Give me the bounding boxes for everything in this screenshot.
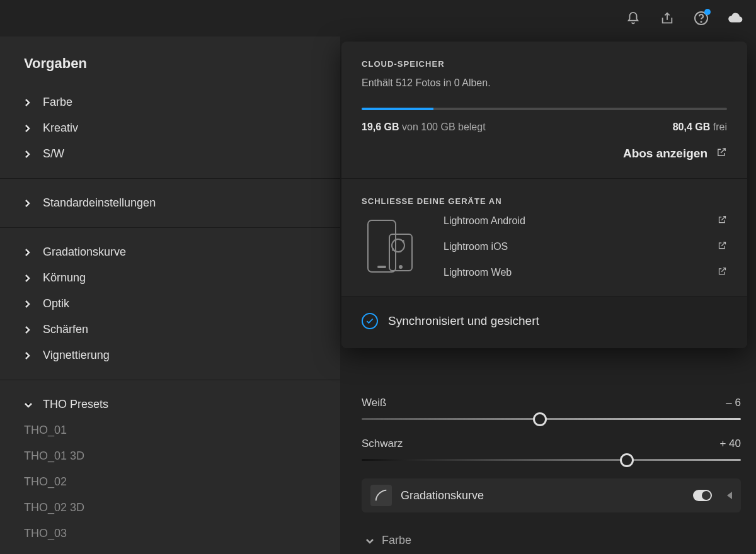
slider-value: – 6 [726,397,741,409]
sync-status-label: Synchronisiert und gesichert [388,314,539,328]
chevron-right-icon [24,274,33,283]
storage-used-suffix: von 100 GB belegt [402,122,486,132]
color-section-label: Farbe [382,534,411,547]
curve-icon [370,485,392,506]
device-link-ios[interactable]: Lightroom iOS [444,240,727,252]
presets-sidebar: Vorgaben Farbe Kreativ S/W Standardeinst… [0,37,340,554]
preset-category-label: Gradationskurve [43,246,126,259]
preset-category-grain[interactable]: Körnung [0,265,340,291]
slider-label: Weiß [362,397,386,409]
slider-thumb[interactable] [533,412,547,426]
chevron-right-icon [24,150,33,159]
slider-weiss: Weiß – 6 [362,397,741,420]
sync-status-section: Synchronisiert und gesichert [341,297,747,348]
curve-section-label: Gradationskurve [401,489,684,502]
show-subscriptions-link[interactable]: Abos anzeigen [362,147,727,161]
preset-category-label: Standardeinstellungen [43,196,156,210]
device-link-label: Lightroom iOS [444,241,508,252]
device-link-label: Lightroom Web [444,267,512,278]
preset-category-farbe[interactable]: Farbe [0,89,340,115]
preset-category-label: Optik [43,297,69,310]
preset-category-sw[interactable]: S/W [0,141,340,167]
device-link-android[interactable]: Lightroom Android [444,215,727,227]
abos-label: Abos anzeigen [623,147,707,161]
divider [0,227,340,228]
slider-value: + 40 [719,438,741,450]
device-link-label: Lightroom Android [444,215,525,227]
notification-dot [704,9,711,15]
color-section-row[interactable]: Farbe [362,534,741,547]
storage-text-row: 19,6 GB von 100 GB belegt 80,4 GB frei [362,122,727,133]
slider-label: Schwarz [362,438,403,450]
cloud-title: CLOUD-SPEICHER [362,59,727,69]
topbar [0,0,756,37]
preset-category-label: Körnung [43,271,86,285]
devices-title: SCHLIESSE DEINE GERÄTE AN [362,196,727,206]
preset-category-kreativ[interactable]: Kreativ [0,115,340,141]
preset-category-vignette[interactable]: Vignettierung [0,342,340,368]
chevron-right-icon [24,98,33,107]
preset-item[interactable]: THO_01 3D [0,443,340,469]
user-presets-header[interactable]: THO Presets [0,392,340,417]
preset-item[interactable]: THO_02 3D [0,495,340,521]
chevron-down-icon [365,534,374,547]
external-link-icon [718,240,727,252]
cloud-subtitle: Enthält 512 Fotos in 0 Alben. [362,77,727,89]
chevron-right-icon [24,199,33,208]
svg-rect-3 [377,266,386,268]
preset-category-sharpen[interactable]: Schärfen [0,317,340,342]
chevron-right-icon [24,248,33,257]
chevron-down-icon [24,402,33,408]
device-link-web[interactable]: Lightroom Web [444,266,727,278]
chevron-right-icon [24,300,33,308]
devices-illustration-icon [362,215,425,278]
preset-item[interactable]: THO_01 [0,417,340,443]
storage-free-suffix: frei [713,122,727,132]
storage-bar [362,108,727,110]
preset-category-label: Kreativ [43,122,78,135]
external-link-icon [718,215,727,227]
help-icon[interactable] [693,10,709,26]
user-presets-label: THO Presets [43,398,108,411]
svg-point-1 [701,21,701,22]
sync-check-icon [362,313,378,329]
divider [0,178,340,179]
curve-section-row[interactable]: Gradationskurve [362,478,741,512]
preset-item[interactable]: THO_02 [0,469,340,495]
preset-category-defaults[interactable]: Standardeinstellungen [0,190,340,216]
collapse-arrow-icon[interactable] [727,492,732,499]
slider-thumb[interactable] [620,453,634,467]
curve-toggle[interactable] [693,490,712,501]
sidebar-title: Vorgaben [0,55,340,89]
preset-item[interactable]: THO_03 [0,521,340,546]
slider-track[interactable] [362,418,741,420]
share-icon[interactable] [659,10,675,26]
external-link-icon [718,266,727,278]
preset-category-label: Farbe [43,96,72,109]
preset-category-label: S/W [43,147,64,161]
bell-icon[interactable] [625,10,641,26]
slider-schwarz: Schwarz + 40 [362,438,741,461]
storage-bar-fill [362,108,433,110]
chevron-right-icon [24,124,33,133]
external-link-icon [716,147,727,161]
divider [0,380,340,380]
svg-point-5 [399,265,403,269]
cloud-icon[interactable] [727,10,743,26]
preset-category-label: Schärfen [43,323,88,336]
storage-used-value: 19,6 GB [362,122,399,132]
chevron-right-icon [24,351,33,360]
chevron-right-icon [24,325,33,334]
preset-category-label: Vignettierung [43,349,110,362]
preset-category-optics[interactable]: Optik [0,291,340,317]
slider-track[interactable] [362,459,741,461]
preset-category-curve[interactable]: Gradationskurve [0,239,340,265]
cloud-storage-popover: CLOUD-SPEICHER Enthält 512 Fotos in 0 Al… [341,42,747,348]
storage-free-value: 80,4 GB [673,122,711,132]
